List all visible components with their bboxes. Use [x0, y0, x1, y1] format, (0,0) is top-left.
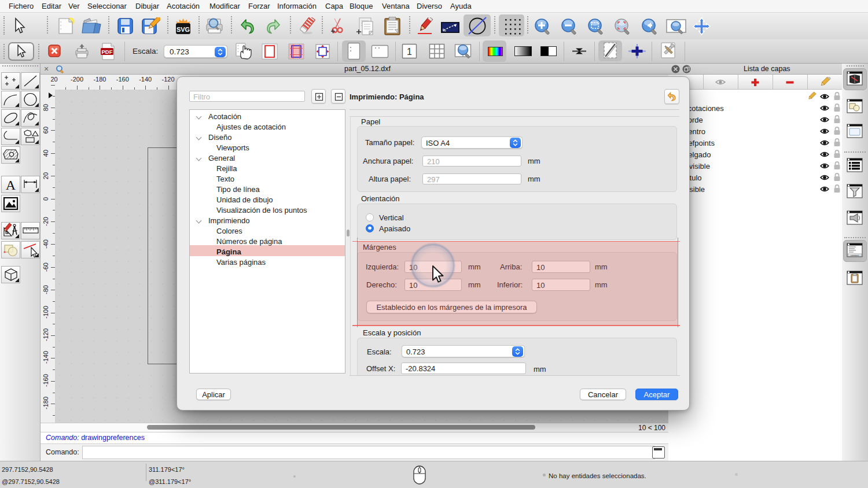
svg-text:PDF: PDF	[102, 49, 113, 55]
svg-text:SVG: SVG	[176, 26, 190, 33]
svg-text:comment: comment	[851, 254, 859, 257]
svg-text:A: A	[6, 178, 16, 193]
svg-text:1: 1	[407, 47, 412, 57]
